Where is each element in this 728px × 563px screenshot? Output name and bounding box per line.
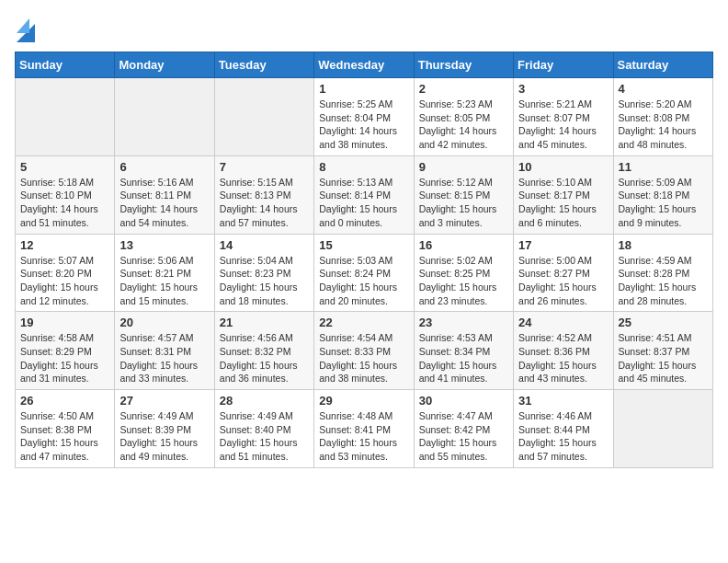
calendar-week-1: 1Sunrise: 5:25 AM Sunset: 8:04 PM Daylig… [16,78,713,156]
day-number: 30 [419,394,508,408]
calendar-cell: 13Sunrise: 5:06 AM Sunset: 8:21 PM Dayli… [115,234,214,312]
calendar-cell: 1Sunrise: 5:25 AM Sunset: 8:04 PM Daylig… [314,78,414,156]
calendar-cell [16,78,115,156]
weekday-header-monday: Monday [115,52,214,78]
calendar-cell: 15Sunrise: 5:03 AM Sunset: 8:24 PM Dayli… [314,234,414,312]
calendar-cell: 31Sunrise: 4:46 AM Sunset: 8:44 PM Dayli… [514,390,613,468]
day-info: Sunrise: 5:07 AM Sunset: 8:20 PM Dayligh… [20,254,109,308]
day-info: Sunrise: 5:03 AM Sunset: 8:24 PM Dayligh… [319,254,408,308]
page-header [15,15,713,42]
calendar-cell: 24Sunrise: 4:52 AM Sunset: 8:36 PM Dayli… [514,312,613,390]
day-info: Sunrise: 4:57 AM Sunset: 8:31 PM Dayligh… [119,331,209,385]
day-info: Sunrise: 5:12 AM Sunset: 8:15 PM Dayligh… [419,176,508,230]
calendar-cell: 27Sunrise: 4:49 AM Sunset: 8:39 PM Dayli… [115,390,214,468]
calendar-week-3: 12Sunrise: 5:07 AM Sunset: 8:20 PM Dayli… [16,234,713,312]
calendar-cell: 2Sunrise: 5:23 AM Sunset: 8:05 PM Daylig… [414,78,513,156]
day-number: 27 [119,394,209,408]
day-number: 22 [319,316,408,329]
day-number: 29 [319,394,408,408]
calendar-cell: 6Sunrise: 5:16 AM Sunset: 8:11 PM Daylig… [115,155,214,234]
calendar-week-2: 5Sunrise: 5:18 AM Sunset: 8:10 PM Daylig… [16,155,713,234]
weekday-header-saturday: Saturday [613,52,712,78]
calendar-cell: 16Sunrise: 5:02 AM Sunset: 8:25 PM Dayli… [414,234,513,312]
day-info: Sunrise: 5:06 AM Sunset: 8:21 PM Dayligh… [119,254,209,308]
day-number: 2 [419,82,508,96]
day-info: Sunrise: 4:48 AM Sunset: 8:41 PM Dayligh… [319,409,408,464]
day-number: 13 [119,238,209,252]
day-number: 24 [518,316,608,329]
calendar-cell: 22Sunrise: 4:54 AM Sunset: 8:33 PM Dayli… [314,312,414,390]
logo-icon [17,15,35,42]
day-info: Sunrise: 5:21 AM Sunset: 8:07 PM Dayligh… [518,98,608,152]
calendar-cell: 25Sunrise: 4:51 AM Sunset: 8:37 PM Dayli… [613,312,712,390]
day-number: 3 [518,82,608,96]
calendar-table: SundayMondayTuesdayWednesdayThursdayFrid… [15,52,713,468]
calendar-cell: 28Sunrise: 4:49 AM Sunset: 8:40 PM Dayli… [214,390,313,468]
logo [15,15,35,42]
weekday-header-wednesday: Wednesday [314,52,414,78]
day-number: 7 [220,160,309,174]
calendar-cell: 14Sunrise: 5:04 AM Sunset: 8:23 PM Dayli… [214,234,313,312]
day-number: 12 [20,238,109,252]
calendar-cell: 30Sunrise: 4:47 AM Sunset: 8:42 PM Dayli… [414,390,513,468]
day-info: Sunrise: 5:18 AM Sunset: 8:10 PM Dayligh… [20,176,109,230]
day-number: 10 [518,160,608,174]
day-number: 28 [220,394,309,408]
calendar-cell: 7Sunrise: 5:15 AM Sunset: 8:13 PM Daylig… [214,155,313,234]
day-info: Sunrise: 5:04 AM Sunset: 8:23 PM Dayligh… [220,254,309,308]
day-info: Sunrise: 4:50 AM Sunset: 8:38 PM Dayligh… [20,409,109,464]
calendar-cell [613,390,712,468]
weekday-header-row: SundayMondayTuesdayWednesdayThursdayFrid… [16,52,713,78]
day-number: 8 [319,160,408,174]
day-info: Sunrise: 4:51 AM Sunset: 8:37 PM Dayligh… [619,331,708,385]
calendar-cell: 29Sunrise: 4:48 AM Sunset: 8:41 PM Dayli… [314,390,414,468]
weekday-header-thursday: Thursday [414,52,513,78]
calendar-cell: 8Sunrise: 5:13 AM Sunset: 8:14 PM Daylig… [314,155,414,234]
day-info: Sunrise: 4:58 AM Sunset: 8:29 PM Dayligh… [20,331,109,385]
calendar-cell: 9Sunrise: 5:12 AM Sunset: 8:15 PM Daylig… [414,155,513,234]
day-number: 21 [220,316,309,329]
weekday-header-sunday: Sunday [16,52,115,78]
day-number: 20 [119,316,209,329]
day-number: 31 [518,394,608,408]
day-info: Sunrise: 5:15 AM Sunset: 8:13 PM Dayligh… [220,176,309,230]
day-number: 19 [20,316,109,329]
day-number: 23 [419,316,508,329]
calendar-cell [115,78,214,156]
day-number: 11 [619,160,708,174]
calendar-cell: 5Sunrise: 5:18 AM Sunset: 8:10 PM Daylig… [16,155,115,234]
day-info: Sunrise: 5:00 AM Sunset: 8:27 PM Dayligh… [518,254,608,308]
calendar-week-4: 19Sunrise: 4:58 AM Sunset: 8:29 PM Dayli… [16,312,713,390]
day-number: 14 [220,238,309,252]
svg-marker-1 [17,18,29,33]
calendar-cell: 21Sunrise: 4:56 AM Sunset: 8:32 PM Dayli… [214,312,313,390]
calendar-cell: 23Sunrise: 4:53 AM Sunset: 8:34 PM Dayli… [414,312,513,390]
calendar-week-5: 26Sunrise: 4:50 AM Sunset: 8:38 PM Dayli… [16,390,713,468]
weekday-header-friday: Friday [514,52,613,78]
day-info: Sunrise: 4:49 AM Sunset: 8:40 PM Dayligh… [220,409,309,464]
day-info: Sunrise: 4:52 AM Sunset: 8:36 PM Dayligh… [518,331,608,385]
day-info: Sunrise: 5:16 AM Sunset: 8:11 PM Dayligh… [119,176,209,230]
calendar-cell: 18Sunrise: 4:59 AM Sunset: 8:28 PM Dayli… [613,234,712,312]
calendar-cell: 4Sunrise: 5:20 AM Sunset: 8:08 PM Daylig… [613,78,712,156]
day-info: Sunrise: 4:47 AM Sunset: 8:42 PM Dayligh… [419,409,508,464]
day-info: Sunrise: 5:25 AM Sunset: 8:04 PM Dayligh… [319,98,408,152]
day-info: Sunrise: 4:56 AM Sunset: 8:32 PM Dayligh… [220,331,309,385]
calendar-cell: 20Sunrise: 4:57 AM Sunset: 8:31 PM Dayli… [115,312,214,390]
day-number: 15 [319,238,408,252]
day-number: 4 [619,82,708,96]
calendar-cell: 10Sunrise: 5:10 AM Sunset: 8:17 PM Dayli… [514,155,613,234]
day-info: Sunrise: 5:02 AM Sunset: 8:25 PM Dayligh… [419,254,508,308]
day-info: Sunrise: 4:46 AM Sunset: 8:44 PM Dayligh… [518,409,608,464]
day-info: Sunrise: 5:20 AM Sunset: 8:08 PM Dayligh… [619,98,708,152]
calendar-cell [214,78,313,156]
day-info: Sunrise: 5:10 AM Sunset: 8:17 PM Dayligh… [518,176,608,230]
day-info: Sunrise: 5:23 AM Sunset: 8:05 PM Dayligh… [419,98,508,152]
calendar-cell: 12Sunrise: 5:07 AM Sunset: 8:20 PM Dayli… [16,234,115,312]
day-number: 6 [119,160,209,174]
day-number: 16 [419,238,508,252]
day-info: Sunrise: 4:59 AM Sunset: 8:28 PM Dayligh… [619,254,708,308]
day-info: Sunrise: 4:49 AM Sunset: 8:39 PM Dayligh… [119,409,209,464]
day-number: 9 [419,160,508,174]
day-number: 25 [619,316,708,329]
